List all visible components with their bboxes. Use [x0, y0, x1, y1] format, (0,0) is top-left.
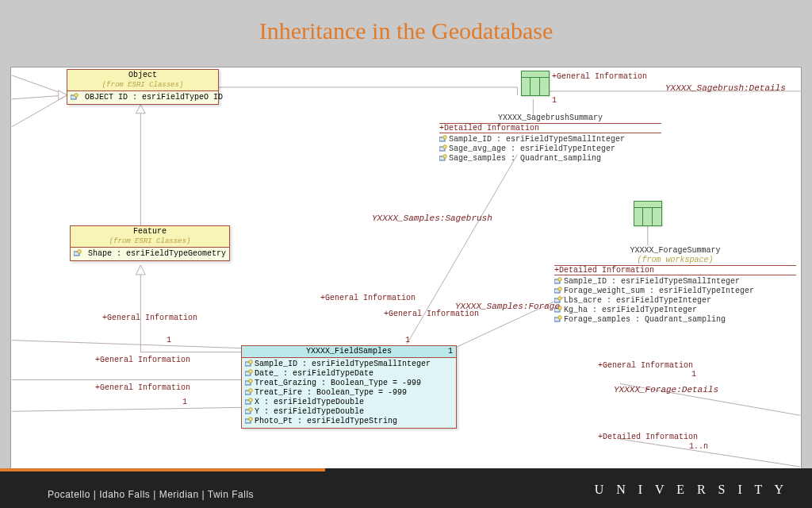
svg-point-26: [249, 379, 253, 383]
role-general-info: +General Information: [384, 310, 479, 318]
svg-point-28: [249, 389, 253, 393]
svg-point-38: [443, 145, 447, 149]
multiplicity-label: 1: [167, 336, 171, 344]
attribute-icon: [245, 407, 253, 415]
class-forage-summary: YXXXX_ForageSummary (from workspace) +De…: [554, 246, 796, 325]
attribute-row: Sample_ID : esriFieldTypeSmallInteger: [245, 360, 453, 369]
svg-line-2: [12, 75, 67, 95]
multiplicity-label: 1: [552, 96, 557, 105]
relationship-label: YXXXX_Sagebrush:Details: [665, 83, 786, 93]
role-detailed-info: +Detailed Information: [439, 124, 661, 133]
attribute-row: Treat_Fire : Boolean_Type = -999: [245, 388, 453, 398]
attribute-row: Treat_Grazing : Boolean_Type = -999: [245, 379, 453, 388]
class-fieldsamples-body: Sample_ID : esriFieldTypeSmallIntegerDat…: [242, 358, 456, 428]
multiplicity-label: 1: [405, 336, 410, 344]
attr-text: Kg_ha : esriFieldTypeInteger: [564, 306, 697, 314]
svg-point-32: [249, 408, 253, 412]
multiplicity-label: 1..n: [689, 442, 708, 451]
footer-university: U N I V E R S I T Y: [595, 483, 788, 497]
attr-text: Sample_ID : esriFieldTypeSmallInteger: [255, 360, 431, 368]
svg-point-36: [443, 136, 447, 140]
multiplicity-label: 1: [182, 398, 187, 406]
class-object-from: (from ESRI Classes): [71, 80, 215, 90]
svg-point-20: [78, 250, 82, 254]
attribute-icon: [245, 417, 253, 425]
svg-point-40: [443, 155, 447, 159]
svg-line-3: [12, 95, 67, 99]
svg-point-50: [558, 316, 562, 320]
class-forage-summary-from: (from workspace): [554, 256, 796, 266]
class-object-name: Object: [71, 71, 215, 80]
svg-point-30: [249, 398, 253, 402]
class-feature-from: (from ESRI Classes): [74, 237, 226, 246]
attribute-icon: [439, 144, 447, 152]
attr-text: Forage_samples : Quadrant_sampling: [564, 315, 726, 324]
role-detailed-info: +Detailed Information: [598, 433, 698, 441]
attr-text: Treat_Fire : Boolean_Type = -999: [255, 388, 407, 397]
diagram-canvas: Object (from ESRI Classes) OBJECT ID : e…: [10, 67, 802, 470]
svg-point-22: [249, 360, 253, 364]
attribute-row: Y : esriFieldTypeDouble: [245, 407, 453, 417]
attr-text: OBJECT ID : esriFieldTypeO ID: [85, 93, 223, 102]
attr-text: Sample_ID : esriFieldTypeSmallInteger: [564, 277, 740, 286]
class-sagebrush-summary: YXXXX_SagebrushSummary +Detailed Informa…: [439, 114, 661, 164]
svg-line-4: [12, 95, 67, 127]
entity-icon: [634, 201, 662, 226]
attribute-icon: [439, 135, 447, 143]
svg-line-14: [620, 439, 800, 467]
role-detailed-info: +Detailed Information: [554, 266, 796, 275]
svg-point-18: [75, 94, 79, 98]
attr-text: Sample_ID : esriFieldTypeSmallInteger: [449, 135, 625, 144]
svg-marker-9: [136, 265, 145, 275]
attribute-icon: [74, 249, 82, 257]
attribute-row: Sage_samples : Quadrant_sampling: [439, 154, 661, 164]
class-object-attr: OBJECT ID : esriFieldTypeO ID: [71, 93, 215, 102]
attribute-icon: [245, 388, 253, 396]
class-fieldsamples: YXXXX_FieldSamples 1 Sample_ID : esriFie…: [241, 345, 457, 429]
attr-text: Shape : esriFieldTypeGeometry: [88, 249, 226, 258]
svg-point-46: [558, 297, 562, 301]
entity-icon: [521, 71, 550, 96]
attribute-row: Photo_Pt : esriFieldTypeString: [245, 417, 453, 426]
footer: Pocatello | Idaho Falls | Meridian | Twi…: [0, 468, 812, 508]
attribute-row: Sample_ID : esriFieldTypeSmallInteger: [554, 277, 796, 287]
footer-locations: Pocatello | Idaho Falls | Meridian | Twi…: [48, 489, 254, 500]
page-title: Inheritance in the Geodatabase: [0, 0, 812, 52]
role-general-info: +General Information: [598, 361, 693, 370]
svg-point-24: [249, 370, 253, 374]
svg-marker-1: [136, 105, 145, 114]
role-general-info: +General Information: [95, 383, 190, 392]
attr-text: Sage_samples : Quadrant_sampling: [449, 154, 601, 163]
attribute-icon: [245, 379, 253, 387]
class-object: Object (from ESRI Classes) OBJECT ID : e…: [67, 69, 219, 105]
attribute-row: Kg_ha : esriFieldTypeInteger: [554, 306, 796, 315]
attribute-row: Sage_avg_age : esriFieldTypeInteger: [439, 144, 661, 154]
class-feature-name: Feature: [74, 227, 226, 237]
svg-point-42: [558, 278, 562, 282]
attribute-icon: [554, 287, 562, 294]
relationship-label: YXXXX_Samples:Sagebrush: [372, 214, 492, 223]
class-feature-attr: Shape : esriFieldTypeGeometry: [74, 249, 226, 259]
attribute-row: Date_ : esriFieldTypeDate: [245, 369, 453, 379]
class-forage-summary-name: YXXXX_ForageSummary: [554, 246, 796, 256]
relationship-label: YXXXX_Forage:Details: [614, 385, 718, 394]
attr-text: Date_ : esriFieldTypeDate: [255, 369, 373, 378]
class-fieldsamples-name: YXXXX_FieldSamples: [245, 347, 453, 356]
class-sagebrush-summary-name: YXXXX_SagebrushSummary: [439, 114, 661, 124]
attr-text: Treat_Grazing : Boolean_Type = -999: [255, 379, 421, 387]
svg-line-12: [12, 407, 241, 411]
attribute-icon: [71, 93, 79, 101]
role-general-info: +General Information: [320, 294, 416, 302]
multiplicity-label: 1: [691, 370, 696, 379]
attribute-row: Sample_ID : esriFieldTypeSmallInteger: [439, 135, 661, 144]
attribute-row: Forage_samples : Quadrant_sampling: [554, 315, 796, 325]
role-general-info: +General Information: [95, 356, 190, 364]
svg-point-44: [558, 287, 562, 291]
attribute-row: X : esriFieldTypeDouble: [245, 398, 453, 407]
attribute-icon: [245, 398, 253, 406]
attribute-icon: [554, 315, 562, 323]
class-feature: Feature (from ESRI Classes) Shape : esri…: [70, 225, 230, 261]
svg-line-10: [12, 341, 241, 348]
footer-stripe: [0, 468, 812, 471]
attribute-icon: [554, 277, 562, 285]
